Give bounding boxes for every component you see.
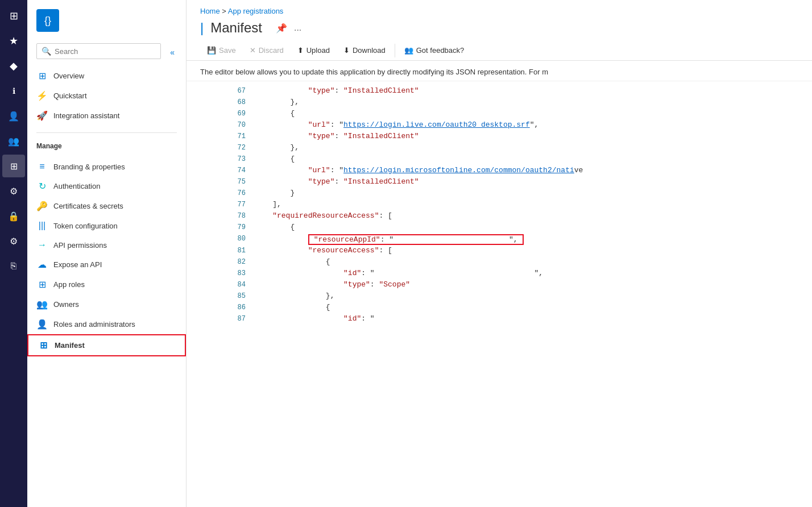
app-roles-icon: ⊞ [36, 279, 48, 290]
breadcrumb-home[interactable]: Home [200, 7, 220, 15]
info-icon[interactable]: ℹ [2, 80, 25, 102]
search-input[interactable] [55, 47, 156, 56]
line-num-77: 77 [221, 200, 255, 209]
users-icon[interactable]: 👥 [2, 130, 25, 152]
download-icon: ⬇ [343, 46, 350, 55]
line-num-75: 75 [221, 177, 255, 186]
branding-icon: ≡ [36, 161, 48, 172]
auth-label: Authentication [53, 182, 100, 190]
line-content-77: ], [255, 200, 812, 209]
line-content-71: "type": "InstalledClient" [255, 132, 812, 140]
breadcrumb-app-registrations[interactable]: App registrations [228, 7, 284, 15]
feedback-button[interactable]: 👥 Got feedback? [397, 43, 471, 58]
sidebar-header: {} [27, 0, 186, 43]
manifest-label: Manifest [55, 341, 85, 350]
page-title: Manifest [200, 20, 262, 36]
integration-label: Integration assistant [53, 111, 119, 120]
collapse-button[interactable]: « [168, 45, 177, 59]
line-content-80: "resourceAppId": " ", [255, 234, 812, 245]
favorites-icon[interactable]: ★ [2, 30, 25, 52]
line-num-68: 68 [221, 98, 255, 106]
sidebar-item-app-roles[interactable]: ⊞ App roles [27, 275, 186, 294]
code-line-86: 86 { [221, 302, 812, 314]
code-line-80: 80 "resourceAppId": " ", [221, 234, 812, 246]
url-link-70[interactable]: https://login.live.com/oauth20_desktop.s… [343, 120, 530, 129]
sidebar-item-overview[interactable]: ⊞ Overview [27, 66, 186, 86]
lock-icon[interactable]: 🔒 [2, 205, 25, 227]
save-button[interactable]: 💾 Save [200, 43, 243, 58]
main-content: Home > App registrations Manifest 📌 ... … [187, 0, 812, 507]
api-perms-label: API permissions [53, 241, 107, 250]
overview-icon: ⊞ [36, 70, 48, 81]
code-line-77: 77 ], [221, 200, 812, 211]
code-line-87: 87 "id": " [221, 314, 812, 325]
certs-label: Certificates & secrets [53, 202, 123, 210]
certs-icon: 🔑 [36, 201, 48, 211]
home-icon[interactable]: ⊞ [2, 5, 25, 27]
line-content-79: { [255, 223, 812, 231]
line-num-82: 82 [221, 257, 255, 266]
diamond-icon[interactable]: ◆ [2, 55, 25, 77]
line-content-78: "requiredResourceAccess": [ [255, 211, 812, 220]
line-content-85: }, [255, 292, 812, 300]
code-line-85: 85 }, [221, 291, 812, 302]
line-num-86: 86 [221, 303, 255, 311]
line-content-67: "type": "InstalledClient" [255, 86, 812, 95]
line-num-83: 83 [221, 269, 255, 277]
sidebar-item-api-permissions[interactable]: → API permissions [27, 235, 186, 255]
line-num-84: 84 [221, 280, 255, 289]
nav-section-manage: ≡ Branding & properties ↻ Authentication… [27, 152, 186, 361]
url-link-74[interactable]: https://login.microsoftonline.com/common… [343, 166, 574, 174]
manage-icon[interactable]: ⚙ [2, 180, 25, 202]
expose-api-label: Expose an API [53, 260, 102, 269]
line-content-84: "type": "Scope" [255, 280, 812, 289]
code-line-67: 67 "type": "InstalledClient" [221, 86, 812, 97]
line-num-76: 76 [221, 189, 255, 197]
search-box[interactable]: 🔍 [36, 43, 161, 59]
roles-admin-label: Roles and administrators [53, 320, 135, 329]
discard-button[interactable]: ✕ Discard [243, 43, 291, 58]
page-header: Manifest 📌 ... [187, 18, 812, 40]
line-content-69: { [255, 109, 812, 118]
more-options-icon[interactable]: ... [292, 20, 304, 35]
sidebar-item-token[interactable]: ||| Token configuration [27, 216, 186, 235]
pin-icon[interactable]: 📌 [274, 20, 289, 36]
code-line-72: 72 }, [221, 143, 812, 154]
code-line-69: 69 { [221, 109, 812, 120]
sidebar-item-owners[interactable]: 👥 Owners [27, 294, 186, 314]
code-line-74: 74 "url": "https://login.microsoftonline… [221, 165, 812, 177]
sidebar-item-expose-api[interactable]: ☁ Expose an API [27, 255, 186, 275]
line-content-86: { [255, 303, 812, 311]
sidebar-item-quickstart[interactable]: ⚡ Quickstart [27, 86, 186, 106]
api-perms-icon: → [36, 240, 48, 250]
sidebar-item-roles-admin[interactable]: 👤 Roles and administrators [27, 314, 186, 334]
sidebar-item-integration[interactable]: 🚀 Integration assistant [27, 106, 186, 126]
sidebar-item-authentication[interactable]: ↻ Authentication [27, 176, 186, 196]
breadcrumb-separator: > [222, 7, 228, 15]
save-label: Save [219, 46, 236, 55]
code-line-73: 73 { [221, 154, 812, 165]
code-line-70: 70 "url": "https://login.live.com/oauth2… [221, 120, 812, 131]
code-line-82: 82 { [221, 257, 812, 268]
owners-label: Owners [53, 300, 79, 309]
app-roles-label: App roles [53, 280, 85, 289]
token-icon: ||| [36, 221, 48, 231]
copy-icon[interactable]: ⎘ [2, 255, 25, 277]
line-num-70: 70 [221, 120, 255, 129]
sidebar-item-branding[interactable]: ≡ Branding & properties [27, 157, 186, 176]
code-line-71: 71 "type": "InstalledClient" [221, 131, 812, 143]
sidebar-item-manifest[interactable]: ⊞ Manifest [27, 334, 186, 356]
grid-icon[interactable]: ⊞ [2, 155, 25, 177]
upload-label: Upload [306, 46, 330, 55]
nav-section-main: ⊞ Overview ⚡ Quickstart 🚀 Integration as… [27, 61, 186, 130]
manifest-icon: ⊞ [38, 340, 49, 351]
discard-label: Discard [259, 46, 284, 55]
user-icon[interactable]: 👤 [2, 105, 25, 127]
line-content-87: "id": " [255, 314, 812, 323]
settings-icon[interactable]: ⚙ [2, 230, 25, 252]
download-button[interactable]: ⬇ Download [337, 43, 392, 58]
code-editor[interactable]: 67 "type": "InstalledClient" 68 }, 69 { [187, 81, 812, 507]
upload-button[interactable]: ⬆ Upload [291, 43, 337, 58]
sidebar-item-certs[interactable]: 🔑 Certificates & secrets [27, 196, 186, 216]
line-content-75: "type": "InstalledClient" [255, 177, 812, 186]
